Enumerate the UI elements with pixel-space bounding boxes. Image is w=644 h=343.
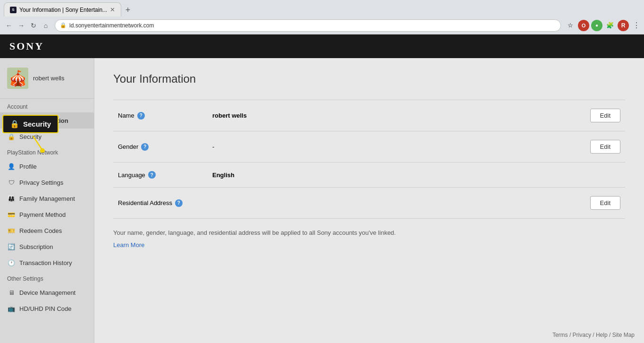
language-label: Language (118, 172, 145, 179)
tooltip-label: Security (23, 120, 51, 128)
language-label-cell: Language ? (113, 163, 208, 187)
footer-terms[interactable]: Terms (552, 332, 568, 338)
name-value: robert wells (212, 112, 247, 119)
footer-sep2: / (593, 332, 596, 338)
address-value-cell (208, 195, 585, 212)
main-layout: 🔒 Security 🎪 robert wells Account 👤 Your… (0, 58, 644, 343)
psn-section-label: PlayStation Network (0, 145, 94, 158)
browser-chrome: ← → ↻ ⌂ 🔒 id.sonyentertainmentnetwork.co… (0, 17, 644, 34)
other-settings-label: Other Settings (0, 271, 94, 284)
device-label: Device Management (19, 289, 75, 296)
forward-button[interactable]: → (16, 20, 26, 31)
profile-account-icon[interactable]: R (618, 20, 629, 31)
sidebar-item-redeem-codes[interactable]: 🎫 Redeem Codes (0, 223, 94, 239)
address-label-cell: Residential Address ? (113, 191, 208, 215)
sony-logo: SONY (9, 40, 44, 52)
page-title: Your Information (113, 72, 625, 86)
subscription-label: Subscription (19, 243, 53, 250)
tab-title: Your Information | Sony Entertain... (19, 7, 107, 13)
learn-more-link[interactable]: Learn More (113, 241, 144, 249)
address-help-icon[interactable]: ? (175, 199, 183, 207)
address-action-cell: Edit (585, 188, 625, 218)
name-edit-button[interactable]: Edit (590, 109, 620, 122)
name-action-cell: Edit (585, 100, 625, 131)
gender-action-cell: Edit (585, 131, 625, 162)
url-text: id.sonyentertainmentnetwork.com (69, 22, 154, 29)
tab-favicon: S (10, 7, 17, 13)
extensions-puzzle-icon[interactable]: 🧩 (604, 20, 616, 31)
sidebar-item-device-management[interactable]: 🖥 Device Management (0, 284, 94, 300)
gender-row: Gender ? - Edit (113, 131, 625, 163)
language-value-cell: English (208, 163, 616, 187)
sidebar-item-payment-method[interactable]: 💳 Payment Method (0, 206, 94, 223)
info-note: Your name, gender, language, and residen… (113, 228, 625, 238)
sidebar-item-privacy-settings[interactable]: 🛡 Privacy Settings (0, 174, 94, 190)
name-row: Name ? robert wells Edit (113, 100, 625, 131)
address-edit-button[interactable]: Edit (590, 196, 620, 210)
profile-icon: 👤 (7, 162, 16, 171)
gender-label-cell: Gender ? (113, 135, 208, 159)
username-label: robert wells (33, 75, 64, 82)
transaction-label: Transaction History (19, 259, 72, 266)
content-footer: Terms / Privacy / Help / Site Map (543, 327, 644, 343)
user-section: 🎪 robert wells (0, 58, 94, 99)
gender-value: - (212, 143, 214, 150)
star-icon[interactable]: ☆ (565, 20, 576, 31)
redeem-icon: 🎫 (7, 226, 16, 235)
security-icon: 🔒 (7, 132, 16, 141)
name-label-cell: Name ? (113, 103, 208, 128)
gender-help-icon[interactable]: ? (141, 143, 149, 151)
language-action-cell (616, 166, 625, 183)
footer-sitemap[interactable]: Site Map (612, 332, 635, 338)
security-tooltip: 🔒 Security (2, 115, 59, 133)
device-icon: 🖥 (7, 288, 16, 297)
subscription-icon: 🔄 (7, 242, 16, 251)
security-label: Security (19, 133, 42, 140)
family-label: Family Management (19, 195, 75, 202)
profile-label: Profile (19, 163, 37, 170)
name-label: Name (118, 112, 134, 119)
back-button[interactable]: ← (4, 20, 14, 31)
sidebar-item-profile[interactable]: 👤 Profile (0, 158, 94, 174)
transaction-icon: 🕐 (7, 258, 16, 267)
privacy-icon: 🛡 (7, 178, 16, 187)
extension-icon[interactable]: ● (591, 20, 602, 31)
ssl-lock-icon: 🔒 (60, 22, 67, 28)
language-help-icon[interactable]: ? (148, 171, 156, 179)
home-button[interactable]: ⌂ (41, 20, 51, 31)
sony-header: SONY (0, 34, 644, 58)
footer-sep3: / (609, 332, 612, 338)
account-section-label: Account (0, 99, 94, 112)
opera-icon[interactable]: O (578, 20, 589, 31)
name-help-icon[interactable]: ? (137, 112, 145, 120)
sidebar: 🔒 Security 🎪 robert wells Account 👤 Your… (0, 58, 94, 343)
address-label: Residential Address (118, 199, 172, 206)
content-area: Your Information Name ? robert wells Edi… (94, 58, 644, 343)
gender-label: Gender (118, 143, 138, 150)
sidebar-item-transaction-history[interactable]: 🕐 Transaction History (0, 255, 94, 271)
refresh-button[interactable]: ↻ (28, 20, 39, 31)
gender-value-cell: - (208, 135, 585, 159)
tab-close-button[interactable]: ✕ (110, 6, 115, 13)
toolbar-icons: ☆ O ● 🧩 R ⋮ (565, 20, 640, 31)
address-bar[interactable]: 🔒 id.sonyentertainmentnetwork.com (55, 19, 561, 32)
redeem-label: Redeem Codes (19, 227, 62, 234)
footer-privacy[interactable]: Privacy (573, 332, 591, 338)
hd-pin-icon: 📺 (7, 304, 16, 313)
sidebar-item-family-management[interactable]: 👨‍👩‍👧 Family Management (0, 190, 94, 206)
footer-sep1: / (569, 332, 573, 338)
payment-icon: 💳 (7, 210, 16, 219)
new-tab-button[interactable]: + (121, 3, 134, 17)
active-tab[interactable]: S Your Information | Sony Entertain... ✕ (4, 2, 121, 17)
gender-edit-button[interactable]: Edit (590, 140, 620, 154)
sidebar-item-hd-pin[interactable]: 📺 HD/UHD PIN Code (0, 300, 94, 317)
residential-address-row: Residential Address ? Edit (113, 188, 625, 219)
language-value: English (212, 172, 234, 179)
language-row: Language ? English (113, 163, 625, 188)
browser-menu-button[interactable]: ⋮ (633, 21, 640, 30)
privacy-label: Privacy Settings (19, 179, 63, 186)
hd-pin-label: HD/UHD PIN Code (19, 305, 72, 312)
family-icon: 👨‍👩‍👧 (7, 194, 16, 203)
footer-help[interactable]: Help (596, 332, 608, 338)
sidebar-item-subscription[interactable]: 🔄 Subscription (0, 239, 94, 255)
